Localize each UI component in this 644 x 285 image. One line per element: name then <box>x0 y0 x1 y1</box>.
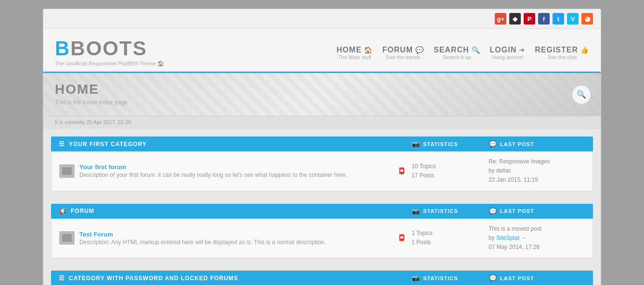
lastpost-icon-3: 💬 <box>489 274 497 282</box>
page-subtitle: This is the forum index page <box>55 99 589 106</box>
nav-login-sub: Hang around <box>492 54 523 60</box>
category-first: ☰ YOUR FIRST CATEGORY 📷 STATISTICS 💬 LAS… <box>43 136 601 191</box>
stats-icon: 📷 <box>412 140 420 148</box>
forum-name-link-test[interactable]: Test Forum <box>79 231 113 238</box>
nav-search-sub: Search it up <box>443 54 471 60</box>
register-nav-icon: 👍 <box>580 46 589 54</box>
forum-feed-icon-test[interactable]: 📮 <box>398 234 406 242</box>
nav-register-label: REGISTER <box>535 46 578 54</box>
forum-name-link[interactable]: Your first forum <box>79 163 126 171</box>
forum-lastpost-title: Re: Responsive Images <box>489 157 585 166</box>
category-list-icon: ☰ <box>59 140 65 148</box>
forum-lastpost-date-test: 07 May 2014, 17:26 <box>489 243 585 252</box>
current-time: It is currently 25 Apr 2017, 01:20 <box>55 119 131 125</box>
forum-topics: 10 Topics <box>412 162 489 171</box>
forum-stats-test: 1 Topics 1 Posts <box>412 229 489 247</box>
login-nav-icon: ➜ <box>519 46 525 54</box>
nav-forum-label: FORUM <box>382 46 413 54</box>
nav-home[interactable]: HOME 🏠 The Main stuff <box>336 46 373 60</box>
forum-folder-icon-test <box>59 231 75 245</box>
pinterest-icon[interactable]: P <box>524 13 535 25</box>
category-first-lastpost-header: 💬 LAST POST <box>489 140 585 148</box>
section-gap-1 <box>43 199 601 204</box>
forum-lastpost-by: by deliac <box>489 166 585 175</box>
forum-topics-test: 1 Topics <box>412 229 489 238</box>
category-password-header: ☰ CATEGORY WITH PASSWORD AND LOCKED FORU… <box>51 271 593 285</box>
nav-home-sub: The Main stuff <box>338 54 372 60</box>
forum-lastpost-date: 22 Jan 2015, 11:19 <box>489 175 585 185</box>
search-nav-icon: 🔍 <box>472 46 480 54</box>
nav-forum-sub: See the trends <box>386 54 421 60</box>
forum-description-test: Description: Any HTML markup entered her… <box>79 239 392 246</box>
category-password-lastpost-header: 💬 LAST POST <box>489 274 585 282</box>
nav-register-sub: Join the club <box>547 54 577 60</box>
logo-subtitle: The Unofficial Responsive PhpBB® Theme 🏠 <box>55 61 164 67</box>
forum-info-test: Test Forum Description: Any HTML markup … <box>79 231 392 246</box>
home-nav-icon: 🏠 <box>364 46 373 54</box>
nav-search-label: SEARCH <box>434 46 469 54</box>
nav-home-label: HOME <box>336 46 361 54</box>
banner-search-icon: 🔍 <box>577 90 586 99</box>
twitter-icon[interactable]: t <box>553 13 564 25</box>
logo-letter-b: B <box>55 37 70 60</box>
forum-lastpost-by-link[interactable]: SiteSplat <box>496 235 519 241</box>
rss-icon[interactable]: ◕ <box>581 13 593 25</box>
category-forum: 📢 FORUM 📷 STATISTICS 💬 LAST POST Test Fo… <box>43 204 601 259</box>
forum-row-test: Test Forum Description: Any HTML markup … <box>52 219 592 258</box>
forum-lastpost-by-test: by SiteSplat → <box>489 234 585 243</box>
page-title: HOME <box>55 82 589 97</box>
category-forum-forums: Test Forum Description: Any HTML markup … <box>51 219 593 259</box>
lastpost-icon: 💬 <box>489 140 497 148</box>
category-first-header: ☰ YOUR FIRST CATEGORY 📷 STATISTICS 💬 LAS… <box>51 136 593 151</box>
time-bar: It is currently 25 Apr 2017, 01:20 <box>43 116 601 129</box>
logo[interactable]: BBOOTS <box>55 38 164 59</box>
forum-info: Your first forum Description of your fir… <box>79 163 392 178</box>
category-password-stats-header: 📷 STATISTICS <box>412 274 489 282</box>
forum-lastpost-test: This is a moved post by SiteSplat → 07 M… <box>489 224 585 252</box>
section-gap-2 <box>43 266 601 271</box>
forum-nav-icon: 💬 <box>415 46 424 54</box>
forum-stats: 10 Topics 17 Posts <box>412 162 489 180</box>
category-first-title: ☰ YOUR FIRST CATEGORY <box>59 140 412 148</box>
lastpost-icon-2: 💬 <box>489 208 497 215</box>
password-category-icon: ☰ <box>59 274 65 282</box>
banner-search-button[interactable]: 🔍 <box>572 85 591 104</box>
category-forum-title: 📢 FORUM <box>59 208 412 215</box>
nav-forum[interactable]: FORUM 💬 See the trends <box>382 46 424 60</box>
social-bar: g+ ◆ P f t V ◕ <box>43 9 601 29</box>
forum-posts-test: 1 Posts <box>412 238 489 247</box>
forum-description: Description of your first forum. it can … <box>79 172 392 178</box>
logo-area: BBOOTS The Unofficial Responsive PhpBB® … <box>55 38 164 67</box>
site-header: BBOOTS The Unofficial Responsive PhpBB® … <box>43 29 601 72</box>
google-plus-icon[interactable]: g+ <box>495 13 506 25</box>
forum-lastpost-title-test: This is a moved post <box>489 224 585 234</box>
facebook-icon[interactable]: f <box>538 13 550 25</box>
forum-category-icon: 📢 <box>59 208 67 215</box>
home-banner: HOME This is the forum index page 🔍 <box>43 73 601 116</box>
category-forum-stats-header: 📷 STATISTICS <box>412 208 489 215</box>
main-nav: HOME 🏠 The Main stuff FORUM 💬 See the tr… <box>336 46 589 60</box>
forum-folder-icon <box>59 164 75 178</box>
logo-rest: BOOTS <box>70 37 147 60</box>
page-wrapper: g+ ◆ P f t V ◕ BBOOTS The Unofficial Res… <box>43 9 601 285</box>
category-forum-lastpost-header: 💬 LAST POST <box>489 208 585 215</box>
nav-register[interactable]: REGISTER 👍 Join the club <box>535 46 589 60</box>
category-first-stats-header: 📷 STATISTICS <box>412 140 489 148</box>
stats-icon-3: 📷 <box>412 274 420 282</box>
vimeo-icon[interactable]: V <box>567 13 579 25</box>
nav-login[interactable]: LOGIN ➜ Hang around <box>490 46 526 60</box>
category-forum-header: 📢 FORUM 📷 STATISTICS 💬 LAST POST <box>51 204 593 219</box>
github-icon[interactable]: ◆ <box>509 13 521 25</box>
nav-login-label: LOGIN <box>490 46 517 54</box>
nav-search[interactable]: SEARCH 🔍 Search it up <box>434 46 480 60</box>
category-password: ☰ CATEGORY WITH PASSWORD AND LOCKED FORU… <box>43 271 601 285</box>
forum-row: Your first forum Description of your fir… <box>52 151 592 191</box>
forum-feed-icon[interactable]: 📮 <box>398 167 406 175</box>
category-password-title: ☰ CATEGORY WITH PASSWORD AND LOCKED FORU… <box>59 274 412 282</box>
category-first-forums: Your first forum Description of your fir… <box>51 151 593 191</box>
forum-lastpost: Re: Responsive Images by deliac 22 Jan 2… <box>489 157 585 185</box>
stats-icon-2: 📷 <box>412 208 420 215</box>
forum-content: ☰ YOUR FIRST CATEGORY 📷 STATISTICS 💬 LAS… <box>43 129 601 285</box>
forum-posts: 17 Posts <box>412 171 489 180</box>
